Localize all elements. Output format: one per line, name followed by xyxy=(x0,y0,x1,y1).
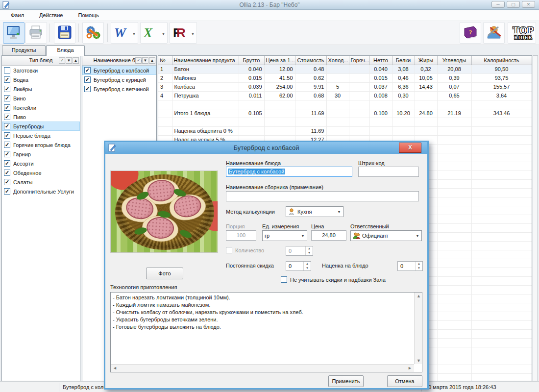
checkbox[interactable]: ✓ xyxy=(4,104,10,111)
checkbox[interactable]: ✓ xyxy=(4,179,10,185)
table-row[interactable] xyxy=(158,118,532,126)
checkbox[interactable]: ✓ xyxy=(4,142,10,148)
stepper-arrows[interactable]: ▲▼ xyxy=(415,262,422,270)
list-item[interactable]: ✓Салаты xyxy=(2,177,80,187)
table-row[interactable]: 3Колбаса0.039254.009.9150.0376,3614,430,… xyxy=(158,82,532,91)
export-fastreport-button[interactable]: FR ▼ xyxy=(170,22,197,44)
stepper-arrows[interactable]: ▲▼ xyxy=(305,246,313,255)
cancel-button[interactable]: Отмена xyxy=(387,375,422,387)
list-item[interactable]: ✓Горячие вторые блюда xyxy=(2,140,80,149)
admin-tools-button[interactable] xyxy=(483,22,505,44)
list-item[interactable]: ✓Ликёры xyxy=(2,84,80,94)
checkbox[interactable]: ✓ xyxy=(4,76,10,83)
save-button[interactable] xyxy=(54,22,75,44)
column-header[interactable]: № xyxy=(158,56,172,65)
table-scrollbar[interactable] xyxy=(533,55,538,381)
apply-button[interactable]: Применить xyxy=(328,375,364,387)
calc-method-select[interactable]: Кухня ▼ xyxy=(286,206,343,217)
unit-select[interactable]: гр ▼ xyxy=(262,230,307,241)
sort-down-button[interactable]: ▼ xyxy=(66,57,72,64)
column-header[interactable]: Нетто xyxy=(369,56,392,65)
export-word-button[interactable]: W ▼ xyxy=(111,22,138,44)
list-item[interactable]: ✓Гарнир xyxy=(2,149,80,159)
list-item[interactable]: ✓Обеденное xyxy=(2,168,80,177)
table-row[interactable] xyxy=(158,100,532,109)
vertical-scrollbar[interactable]: ▲ ▼ xyxy=(414,293,422,364)
name-input[interactable]: Бутерброд с колбасой xyxy=(226,167,352,177)
column-header[interactable]: Белки xyxy=(392,56,415,65)
checkbox[interactable]: ✓ xyxy=(4,114,10,120)
list-item[interactable]: ✓Пиво xyxy=(2,112,80,122)
discount-stepper[interactable]: 0 ▲▼ xyxy=(286,261,311,271)
checkbox[interactable]: ✓ xyxy=(4,160,10,167)
photo-button[interactable]: Фото xyxy=(146,268,183,279)
print-button[interactable] xyxy=(25,22,47,44)
export-excel-button[interactable]: X ▼ xyxy=(140,22,168,44)
sort-down-button[interactable]: ▼ xyxy=(142,57,148,64)
checkbox[interactable]: ✓ xyxy=(84,76,91,83)
no-hall-discount-checkbox[interactable] xyxy=(281,276,287,283)
menu-action[interactable]: Действие xyxy=(32,10,70,21)
markup-stepper[interactable]: 0 ▲▼ xyxy=(397,261,423,271)
column-header[interactable]: Холод... xyxy=(326,56,349,65)
stepper-arrows[interactable]: ▲▼ xyxy=(303,262,311,270)
menu-help[interactable]: Помощь xyxy=(72,10,106,21)
list-item[interactable]: ✓Коктейли xyxy=(2,103,80,112)
fastreport-dropdown-arrow[interactable]: ▼ xyxy=(191,32,195,36)
minimize-button[interactable]: ─ xyxy=(491,1,505,8)
checkbox[interactable]: ✓ xyxy=(4,132,10,139)
list-item[interactable]: ✓Водка xyxy=(2,75,80,84)
tab-dishes[interactable]: Блюда xyxy=(46,45,85,56)
list-item[interactable]: ✓Бутерброд с колбасой xyxy=(82,66,156,75)
column-header[interactable]: Углеводы xyxy=(437,56,471,65)
table-row[interactable]: 1Батон0.04012.000.480.0403,080,3220,0890… xyxy=(158,65,532,74)
column-header[interactable]: Цена за 1... xyxy=(264,56,295,65)
list-item[interactable]: ✓Бутерброд с ветчиной xyxy=(82,84,156,94)
scroll-down-icon[interactable]: ▼ xyxy=(416,358,421,363)
checkbox[interactable]: ✓ xyxy=(4,95,10,101)
table-row[interactable]: Наценка общепита 0 %11.69 xyxy=(158,126,532,135)
horizontal-scrollbar[interactable]: ◄ ► xyxy=(111,364,414,372)
check-all-button[interactable]: ✓ xyxy=(135,57,142,64)
check-all-button[interactable]: ✓ xyxy=(59,57,65,64)
checkbox[interactable]: ✓ xyxy=(4,86,10,92)
column-header[interactable]: Калорийность xyxy=(471,56,532,65)
table-row[interactable]: Итого 1 блюда0.10511.690.10010.2024.8021… xyxy=(158,109,532,118)
list-item[interactable]: ✓Бутерброды xyxy=(2,122,80,131)
column-header[interactable]: Брутто xyxy=(239,56,264,65)
responsible-select[interactable]: Официант ▼ xyxy=(350,230,422,241)
list-item[interactable]: Заготовки xyxy=(2,66,80,75)
word-dropdown-arrow[interactable]: ▼ xyxy=(132,32,136,36)
checkbox[interactable] xyxy=(4,67,10,74)
column-header[interactable]: Наименование продукта xyxy=(172,56,239,65)
scroll-left-icon[interactable]: ◄ xyxy=(113,366,117,370)
dialog-close-button[interactable]: X xyxy=(399,143,421,153)
column-header[interactable]: Жиры xyxy=(415,56,437,65)
scroll-right-icon[interactable]: ► xyxy=(408,366,412,370)
tab-products[interactable]: Продукты xyxy=(2,45,46,55)
sort-up-button[interactable]: ▲ xyxy=(149,57,155,64)
checkbox[interactable]: ✓ xyxy=(4,123,10,129)
checkbox[interactable]: ✓ xyxy=(84,86,91,92)
quantity-checkbox[interactable] xyxy=(226,247,232,253)
maximize-button[interactable]: ▢ xyxy=(507,1,520,8)
menu-file[interactable]: Фаил xyxy=(4,10,31,21)
price-input[interactable]: 24,80 xyxy=(311,230,346,241)
list-item[interactable]: ✓Дополнительные Услуги xyxy=(2,187,80,196)
help-button[interactable]: ? xyxy=(460,22,481,44)
checkbox[interactable]: ✓ xyxy=(4,151,10,157)
portion-input[interactable]: 100 xyxy=(226,230,256,241)
column-header[interactable]: Стоимость xyxy=(295,56,326,65)
checkbox[interactable]: ✓ xyxy=(4,188,10,195)
technology-textarea[interactable]: - Батон нарезать ломтиками (толщиной 10м… xyxy=(110,292,422,372)
list-item[interactable]: ✓Ассорти xyxy=(2,159,80,168)
scroll-up-icon[interactable]: ▲ xyxy=(416,294,421,298)
close-button[interactable]: ✕ xyxy=(522,1,535,8)
table-row[interactable]: 4Петрушка0.01162.000.68300.0080,300,653,… xyxy=(158,91,532,100)
checkbox[interactable]: ✓ xyxy=(4,170,10,176)
list-item[interactable]: ✓Вино xyxy=(2,94,80,103)
list-item[interactable]: ✓Первые блюда xyxy=(2,131,80,140)
checkbox[interactable]: ✓ xyxy=(84,67,91,74)
excel-dropdown-arrow[interactable]: ▼ xyxy=(162,32,165,36)
sort-up-button[interactable]: ▲ xyxy=(73,57,79,64)
